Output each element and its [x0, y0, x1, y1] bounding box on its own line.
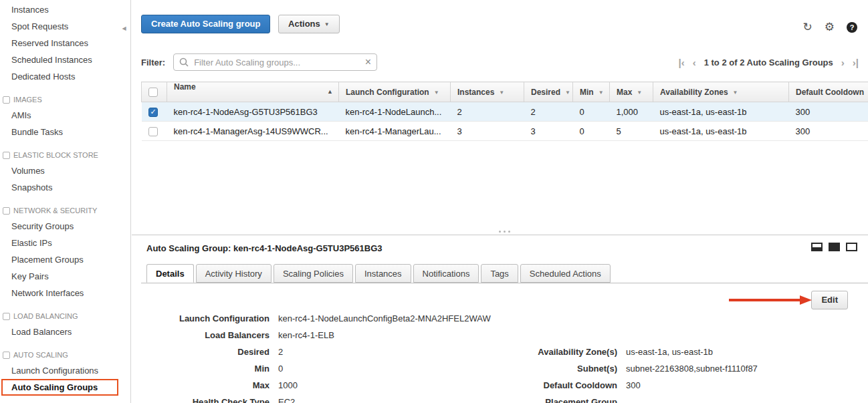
sidebar-item-label: Dedicated Hosts: [11, 72, 75, 82]
sidebar-item-label: Elastic IPs: [11, 238, 52, 248]
layout-hidden-pane-icon[interactable]: [846, 243, 857, 251]
detail-field: Availability Zone(s) us-east-1a, us-east…: [506, 344, 758, 360]
column-header-desired[interactable]: Desired▼: [524, 82, 573, 102]
detail-field-value: subnet-22163808,subnet-f1110f87: [626, 360, 758, 377]
detail-field-value: 1000: [278, 377, 298, 394]
details-tabs: Details Activity History Scaling Policie…: [141, 264, 868, 283]
pane-layout-controls: [811, 243, 857, 251]
tab[interactable]: Scaling Policies: [274, 264, 353, 283]
sidebar-collapse-icon[interactable]: ◀: [120, 20, 128, 37]
tab-label: Details: [156, 269, 185, 279]
cell-launch-configuration: ken-rc4-1-ManagerLau...: [339, 122, 451, 141]
cell-max: 5: [610, 122, 653, 141]
sidebar-item[interactable]: Auto Scaling Groups: [1, 379, 118, 396]
tab-label: Tags: [490, 269, 508, 279]
sidebar-item[interactable]: Security Groups: [0, 218, 130, 235]
tab[interactable]: Tags: [481, 264, 518, 283]
section-collapse-icon[interactable]: [3, 96, 10, 104]
sidebar-item-label: AMIs: [11, 110, 31, 120]
sidebar-item[interactable]: Spot Requests: [0, 18, 130, 35]
filter-input[interactable]: [173, 53, 377, 71]
sidebar-item[interactable]: ELASTIC BLOCK STORE: [0, 148, 130, 162]
first-page-icon[interactable]: |‹: [679, 57, 685, 68]
sidebar-item[interactable]: Instances: [0, 1, 130, 18]
row-checkbox[interactable]: [148, 108, 158, 117]
cell-default-cooldown: 300: [789, 122, 868, 141]
sidebar-item[interactable]: Volumes: [0, 162, 130, 179]
section-collapse-icon[interactable]: [3, 207, 10, 215]
tab[interactable]: Details: [146, 264, 194, 283]
sidebar-item[interactable]: Key Pairs: [0, 268, 130, 285]
sidebar-item[interactable]: Dedicated Hosts: [0, 68, 130, 85]
sidebar-item-label: AUTO SCALING: [13, 348, 68, 362]
table-row[interactable]: ken-rc4-1-NodeAsg-G5TU3P561BG3 ken-rc4-1…: [142, 102, 868, 122]
sidebar-item[interactable]: Placement Groups: [0, 251, 130, 268]
section-collapse-icon[interactable]: [3, 352, 10, 359]
sidebar-item[interactable]: Bundle Tasks: [0, 124, 130, 140]
search-icon: [179, 57, 189, 67]
tab[interactable]: Instances: [355, 264, 411, 283]
details-fields-right: Availability Zone(s) us-east-1a, us-east…: [506, 344, 758, 403]
column-header-launch-configuration[interactable]: Launch Configuration▼: [339, 82, 451, 102]
tab[interactable]: Notifications: [413, 264, 479, 283]
sidebar-item[interactable]: Load Balancers: [0, 323, 130, 340]
sort-ascending-icon: ▲: [327, 82, 333, 102]
sidebar-item-label: ELASTIC BLOCK STORE: [13, 148, 98, 162]
detail-field-value: ken-rc4-1-NodeLaunchConfigBeta2-MNA2HFEL…: [278, 310, 491, 327]
column-header-max[interactable]: Max▼: [610, 82, 653, 102]
sidebar-item[interactable]: NETWORK & SECURITY: [0, 203, 130, 218]
tab[interactable]: Activity History: [196, 264, 272, 283]
sidebar-item[interactable]: AUTO SCALING: [0, 348, 130, 362]
section-collapse-icon[interactable]: [3, 313, 10, 320]
column-header-default-cooldown[interactable]: Default Cooldown: [789, 82, 868, 102]
sidebar-item[interactable]: LOAD BALANCING: [0, 309, 130, 323]
clear-filter-icon[interactable]: ×: [365, 56, 371, 68]
column-header-min[interactable]: Min▼: [573, 82, 610, 102]
detail-field: Load Balancers ken-rc4-1-ELB: [142, 327, 507, 344]
detail-field: Default Cooldown 300: [506, 377, 758, 394]
select-all-checkbox[interactable]: [148, 88, 158, 97]
column-header-availability-zones[interactable]: Availability Zones▼: [653, 82, 789, 102]
column-header-name[interactable]: Name ▲: [167, 82, 339, 102]
tab[interactable]: Scheduled Actions: [520, 264, 611, 283]
create-auto-scaling-group-button[interactable]: Create Auto Scaling group: [141, 15, 270, 33]
next-page-icon[interactable]: ›: [841, 57, 845, 68]
sidebar-item[interactable]: Elastic IPs: [0, 235, 130, 251]
sidebar-item[interactable]: Reserved Instances: [0, 35, 130, 51]
detail-field-label: Load Balancers: [142, 327, 269, 344]
edit-button[interactable]: Edit: [811, 291, 848, 309]
help-icon[interactable]: ?: [847, 22, 857, 33]
pane-resize-handle[interactable]: [499, 231, 510, 233]
cell-name: ken-rc4-1-NodeAsg-G5TU3P561BG3: [167, 102, 339, 122]
cell-max: 1,000: [610, 102, 653, 122]
detail-field-label: Availability Zone(s): [506, 344, 617, 360]
tab-label: Scaling Policies: [283, 269, 344, 279]
layout-maximized-pane-icon[interactable]: [829, 243, 840, 251]
table-row[interactable]: ken-rc4-1-ManagerAsg-14US9WWCR... ken-rc…: [142, 122, 868, 141]
layout-bottom-pane-icon[interactable]: [811, 243, 823, 251]
sidebar-item[interactable]: Launch Configurations: [0, 362, 130, 379]
ec2-console: Instances Spot Requests Reserved Instanc…: [0, 0, 868, 403]
sidebar-item-label: Bundle Tasks: [11, 127, 63, 137]
row-checkbox-cell[interactable]: [142, 102, 167, 122]
previous-page-icon[interactable]: ‹: [693, 57, 696, 68]
sidebar-item[interactable]: IMAGES: [0, 92, 130, 107]
last-page-icon[interactable]: ›|: [853, 57, 859, 68]
sidebar-item[interactable]: Snapshots: [0, 179, 130, 196]
gear-icon[interactable]: ⚙: [825, 21, 835, 33]
pagination-text: 1 to 2 of 2 Auto Scaling Groups: [704, 57, 833, 68]
sidebar-item-label: LOAD BALANCING: [13, 309, 78, 323]
select-all-checkbox-cell[interactable]: [142, 82, 167, 102]
column-header-instances[interactable]: Instances▼: [451, 82, 524, 102]
sidebar-item[interactable]: AMIs: [0, 107, 130, 124]
detail-field-value: us-east-1a, us-east-1b: [626, 344, 713, 360]
actions-button[interactable]: Actions▼: [278, 15, 340, 33]
row-checkbox[interactable]: [148, 127, 158, 136]
sidebar-item[interactable]: Scheduled Instances: [0, 51, 130, 68]
row-checkbox-cell[interactable]: [142, 122, 167, 141]
section-collapse-icon[interactable]: [3, 152, 10, 159]
sidebar-item-label: Reserved Instances: [11, 38, 88, 48]
sidebar-item[interactable]: Network Interfaces: [0, 285, 130, 301]
cell-desired: 3: [524, 122, 573, 141]
refresh-icon[interactable]: ↻: [803, 21, 812, 33]
